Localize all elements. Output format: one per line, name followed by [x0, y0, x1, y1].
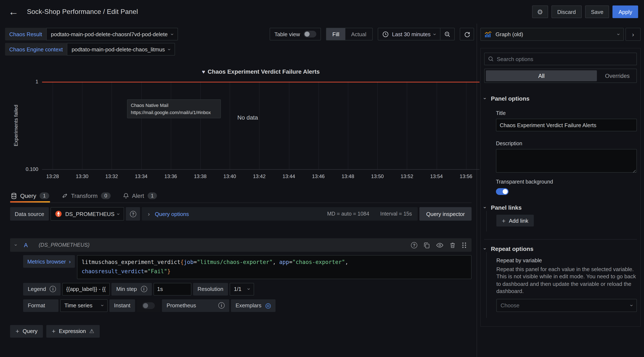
- exemplars-icon: ◎: [265, 302, 271, 309]
- x-axis-tick: 13:32: [105, 173, 118, 179]
- query-options-toggle[interactable]: Query options: [155, 211, 189, 217]
- query-inspector-button[interactable]: Query inspector: [420, 207, 472, 221]
- plus-icon: +: [16, 327, 19, 335]
- grafana-edit-panel: ← Sock-Shop Performance / Edit Panel ⚙ D…: [0, 0, 644, 357]
- add-link-button[interactable]: +Add link: [496, 215, 534, 226]
- collapse-sidebar-button[interactable]: ›: [626, 28, 641, 41]
- promql-expression-input[interactable]: litmuschaos_experiment_verdict{job="litm…: [77, 255, 472, 279]
- repeat-options-content: Repeat by variable Repeat this panel for…: [486, 252, 637, 318]
- gridline: [407, 82, 408, 169]
- time-range-button[interactable]: Last 30 minutes ›: [378, 28, 440, 40]
- x-axis: 13:2813:3013:3213:3413:3613:3813:4013:42…: [42, 170, 480, 182]
- save-button[interactable]: Save: [585, 6, 609, 18]
- chevron-right-icon: ›: [69, 258, 71, 265]
- chevron-down-icon: ›: [167, 49, 172, 50]
- query-ref-id: A: [24, 242, 28, 248]
- table-view-label: Table view: [274, 31, 300, 37]
- y-axis-tick: 1: [36, 79, 38, 85]
- options-search-input[interactable]: [497, 56, 633, 62]
- chart-plot-area[interactable]: 1 0.100 Experiments failed No data Chaos…: [42, 82, 480, 170]
- fill-option[interactable]: Fill: [326, 28, 345, 40]
- heart-icon: ♥: [202, 69, 205, 75]
- panel-options-sidebar: Graph (old) › › All Overrides › Panel op…: [476, 24, 644, 357]
- datasource-value: DS_PROMETHEUS: [65, 211, 114, 217]
- datasource-picker[interactable]: DS_PROMETHEUS ›: [50, 207, 124, 221]
- zoom-out-button[interactable]: [440, 28, 454, 40]
- exemplars-toggle[interactable]: Exemplars◎: [231, 299, 276, 312]
- x-axis-tick: 13:50: [371, 173, 384, 179]
- x-axis-tick: 13:48: [342, 173, 354, 179]
- panel-link-tooltip: Chaos Native Mail https://mail.google.co…: [127, 99, 221, 118]
- chevron-down-icon: ›: [432, 33, 438, 35]
- table-view-toggle[interactable]: [304, 31, 316, 38]
- query-row-header[interactable]: › A (DS_PROMETHEUS) ?: [10, 238, 472, 252]
- tab-query[interactable]: Query 1: [10, 189, 50, 202]
- resolution-select[interactable]: 1/1›: [230, 283, 254, 295]
- format-select[interactable]: Time series›: [60, 299, 108, 312]
- gridline: [200, 82, 201, 169]
- gridline: [259, 82, 260, 169]
- no-data-message: No data: [238, 114, 258, 121]
- back-arrow-icon: ←: [8, 6, 18, 18]
- tab-overrides[interactable]: Overrides: [598, 69, 636, 83]
- legend-input[interactable]: [62, 283, 110, 295]
- instant-toggle[interactable]: [142, 302, 155, 309]
- help-icon[interactable]: ?: [411, 242, 417, 248]
- add-expression-button[interactable]: +Expression⚠: [46, 325, 100, 337]
- query-options-summary: MD = auto = 1084 Interval = 15s: [327, 211, 412, 217]
- actual-option[interactable]: Actual: [345, 28, 372, 40]
- min-step-input[interactable]: [153, 283, 191, 295]
- x-axis-tick: 13:36: [164, 173, 177, 179]
- section-panel-options[interactable]: › Panel options: [484, 95, 637, 102]
- title-field-label: Title: [496, 110, 637, 116]
- format-label: Format: [23, 299, 58, 312]
- repeat-variable-select[interactable]: Choose›: [496, 299, 637, 312]
- variable-label: Chaos Engine context: [5, 43, 67, 56]
- table-view-toggle-group[interactable]: Table view: [270, 28, 321, 41]
- duplicate-icon[interactable]: [424, 242, 430, 248]
- panel-settings-button[interactable]: ⚙: [532, 6, 548, 18]
- visualization-picker[interactable]: Graph (old) ›: [480, 28, 624, 41]
- gridline: [466, 82, 466, 169]
- x-axis-tick: 13:56: [460, 173, 472, 179]
- panel-description-textarea[interactable]: [496, 149, 637, 173]
- add-query-button[interactable]: +Query: [10, 325, 43, 337]
- trash-icon[interactable]: [450, 242, 456, 248]
- collapse-icon[interactable]: ›: [14, 244, 18, 246]
- variable-value-dropdown[interactable]: podtato-main-pod-delete-chaos_litmus ›: [67, 43, 175, 56]
- max-data-points: MD = auto = 1084: [327, 211, 369, 217]
- query-row-actions: ?: [411, 242, 466, 248]
- panel-title-input[interactable]: [496, 119, 637, 131]
- datasource-help-button[interactable]: ?: [126, 207, 140, 221]
- database-icon: [11, 193, 17, 199]
- panel-options-content: Title Description Transparent background: [486, 110, 637, 195]
- info-icon: i: [50, 286, 56, 292]
- variable-chaos-result: Chaos Result podtato-main-pod-delete-cha…: [5, 28, 178, 41]
- query-options-row-1: Legendi Min stepi Resolution 1/1›: [23, 283, 472, 295]
- discard-button[interactable]: Discard: [552, 6, 582, 18]
- back-button[interactable]: ←: [6, 4, 21, 19]
- tab-transform[interactable]: Transform 0: [61, 189, 112, 202]
- variable-value-dropdown[interactable]: podtato-main-pod-delete-chaosnl7vd-pod-d…: [46, 28, 178, 41]
- tab-count-badge: 1: [148, 192, 157, 199]
- section-panel-links[interactable]: › Panel links: [484, 204, 637, 211]
- options-search[interactable]: [484, 53, 637, 65]
- apply-button[interactable]: Apply: [613, 6, 638, 18]
- top-bar-actions: ⚙ Discard Save Apply: [532, 6, 638, 18]
- options-pane: All Overrides › Panel options Title Desc…: [480, 48, 641, 327]
- refresh-icon: [464, 31, 470, 37]
- drag-handle-icon[interactable]: [462, 242, 466, 248]
- tab-all[interactable]: All: [486, 70, 597, 81]
- section-repeat-options[interactable]: › Repeat options: [484, 245, 637, 252]
- tab-alert[interactable]: Alert 1: [122, 189, 158, 202]
- x-axis-tick: 13:38: [194, 173, 206, 179]
- x-axis-tick: 13:34: [135, 173, 148, 179]
- eye-icon[interactable]: [436, 242, 443, 248]
- transparent-background-toggle[interactable]: [496, 188, 508, 195]
- metrics-browser-button[interactable]: Metrics browser›: [23, 255, 75, 268]
- help-icon: ?: [130, 211, 136, 217]
- interval: Interval = 15s: [380, 211, 412, 217]
- description-field-label: Description: [496, 141, 637, 147]
- refresh-button[interactable]: [460, 28, 474, 41]
- chevron-down-icon: ›: [116, 213, 122, 215]
